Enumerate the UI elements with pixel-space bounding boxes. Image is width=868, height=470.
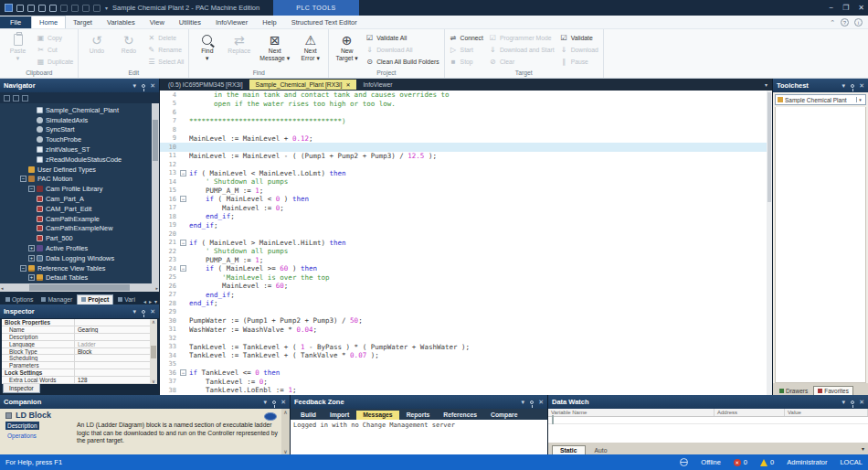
tab-inspector[interactable]: Inspector — [3, 384, 40, 393]
code-line[interactable]: 24− if ( MainLevel >= 60 ) then — [160, 264, 772, 273]
tab-build[interactable]: Build — [294, 411, 323, 420]
panel-menu-icon[interactable]: ▾ — [133, 82, 137, 90]
pin-icon[interactable] — [272, 401, 276, 404]
clean-all-build-folders-button[interactable]: ⊙Clean All Build Folders — [364, 56, 440, 67]
undo-icon[interactable] — [60, 5, 68, 12]
pin-icon[interactable] — [851, 84, 854, 88]
editor-vscrollbar[interactable] — [767, 91, 772, 395]
nav-view-icon-1[interactable] — [4, 95, 10, 101]
restore-icon[interactable]: ❐ — [842, 4, 849, 12]
code-line[interactable]: 6 — [160, 108, 772, 117]
tree-item-supplemental-files[interactable]: +Supplemental Files — [0, 283, 159, 283]
code-line[interactable]: 4 in the main tank and contact tank and … — [160, 91, 772, 100]
paste-button[interactable]: Paste▾ — [3, 30, 33, 69]
code-line[interactable]: 23 PUMP_A_M := 1; — [160, 256, 772, 265]
panel-menu-icon[interactable]: ▾ — [264, 399, 268, 406]
ribbon-tab-file[interactable]: File — [0, 16, 31, 28]
tab-import[interactable]: Import — [323, 411, 355, 420]
fold-collapse-icon[interactable]: − — [180, 196, 186, 202]
code-line[interactable]: 21−if ( MainLevel > MainLevel.HiLmt) the… — [160, 239, 772, 248]
document-tab[interactable]: InfoViewer — [356, 80, 398, 90]
pin-icon[interactable] — [530, 401, 534, 404]
tab-static[interactable]: Static — [552, 445, 586, 454]
tree-item-data-logging-windows[interactable]: +Data Logging Windows — [0, 253, 159, 263]
code-line[interactable]: 37 TankLevel := 0; — [160, 378, 772, 387]
pause-button[interactable]: ∥Pause — [558, 56, 600, 67]
tab-reports[interactable]: Reports — [400, 411, 437, 420]
inspector-row[interactable]: Description — [2, 334, 157, 341]
tab-messages[interactable]: Messages — [356, 411, 399, 420]
navigator-hscrollbar[interactable]: ◂ ▸ — [0, 283, 159, 292]
warning-counter[interactable]: 0 — [760, 458, 774, 466]
companion-scrollbar[interactable]: ∧ ∨ — [281, 409, 290, 454]
code-line[interactable]: 7*************************************) — [160, 117, 772, 126]
nav-view-icon-2[interactable] — [13, 95, 19, 101]
scroll-up-icon[interactable]: ∧ — [283, 409, 287, 415]
code-line[interactable]: 5 open if the water rises too high or to… — [160, 100, 772, 109]
tree-item-touchprobe[interactable]: TouchProbe — [0, 134, 159, 144]
tree-item-part-500[interactable]: Part_500 — [0, 233, 159, 243]
fold-collapse-icon[interactable]: − — [180, 369, 186, 376]
delete-button[interactable]: ✕Delete — [145, 32, 185, 43]
contextual-tab-band[interactable]: PLC TOOLS — [273, 0, 359, 16]
scroll-up-icon[interactable]: ∧ — [152, 319, 155, 325]
pin-icon[interactable] — [142, 310, 145, 314]
fold-collapse-icon[interactable]: − — [180, 170, 186, 176]
ribbon-tab-help[interactable]: Help — [255, 16, 283, 28]
collapse-icon[interactable]: − — [20, 176, 26, 182]
code-line[interactable]: 10 — [160, 143, 772, 152]
expand-icon[interactable]: + — [28, 274, 35, 281]
info-icon[interactable]: i — [854, 18, 863, 27]
inspector-row[interactable]: Lock Settings — [2, 369, 157, 377]
data-watch-empty-row[interactable] — [548, 417, 868, 424]
print-icon[interactable] — [82, 5, 90, 12]
code-line[interactable]: 27 end_if; — [160, 291, 772, 300]
close-icon[interactable]: ✕ — [281, 399, 286, 406]
close-icon[interactable]: ✕ — [859, 399, 864, 406]
code-line[interactable]: 18 end_if; — [160, 212, 772, 221]
document-tab[interactable]: (0.5) IC695PMM345 [RX3i] — [162, 80, 249, 90]
code-line[interactable]: 30PumpWater := (Pump1 + Pump2 + Pump3) /… — [160, 316, 772, 326]
companion-link-operations[interactable]: Operations — [5, 432, 38, 440]
download-button[interactable]: ⇓Download — [558, 44, 600, 55]
close-icon[interactable]: ✕ — [858, 4, 864, 12]
paste-icon[interactable] — [93, 5, 101, 12]
tree-item-cam-profile-library[interactable]: −Cam Profile Library — [0, 184, 159, 194]
pin-icon[interactable] — [142, 84, 145, 88]
code-line[interactable]: 35 — [160, 360, 772, 369]
code-line[interactable]: 29 — [160, 308, 772, 317]
connect-button[interactable]: ⇌Connect — [448, 32, 485, 43]
redo-icon[interactable] — [71, 5, 79, 12]
code-line[interactable]: 31WashWater := WaashValve * 0.04; — [160, 326, 772, 335]
ribbon-tab-structured-text-editor[interactable]: Structured Text Editor — [284, 16, 365, 28]
scroll-down-icon[interactable]: ∨ — [152, 379, 155, 384]
structured-text-editor[interactable]: 4 in the main tank and contact tank and … — [160, 91, 772, 395]
app-icon[interactable] — [5, 4, 13, 12]
find-button[interactable]: Find▾ — [192, 30, 222, 69]
ribbon-tab-target[interactable]: Target — [66, 16, 100, 28]
expand-icon[interactable]: + — [28, 255, 35, 262]
document-tab[interactable]: Sample_Chemical_Plant [RX3i]✕ — [249, 80, 357, 90]
tree-item-zinitvalues-st[interactable]: zInitValues_ST — [0, 144, 159, 155]
expand-icon[interactable]: + — [28, 245, 35, 251]
new-icon[interactable] — [49, 5, 57, 12]
tree-item-pac-motion[interactable]: −PAC Motion — [0, 175, 159, 185]
code-line[interactable]: 9MainLevel := MainLevel + 0.12; — [160, 134, 772, 144]
fold-collapse-icon[interactable]: − — [180, 240, 186, 246]
ribbon-tab-view[interactable]: View — [143, 16, 172, 28]
chevron-down-icon[interactable]: ▾ — [862, 445, 864, 452]
close-icon[interactable]: ✕ — [345, 81, 350, 88]
inspector-row[interactable]: Block Properties — [2, 319, 157, 326]
next-error-button[interactable]: ⚠NextError ▾ — [295, 30, 325, 69]
companion-link-description[interactable]: Description — [5, 422, 39, 430]
ribbon-tab-utilities[interactable]: Utilities — [172, 16, 208, 28]
code-line[interactable]: 32 — [160, 334, 772, 343]
inspector-row[interactable]: Extra Local Words128 — [2, 377, 157, 384]
panel-menu-icon[interactable]: ▾ — [842, 82, 846, 90]
tree-item-zreadmodulestatuscode[interactable]: zReadModuleStatusCode — [0, 155, 159, 165]
ribbon-tab-home[interactable]: Home — [31, 16, 66, 28]
code-line[interactable]: 34TankLevel := TankLevel + ( TankValve *… — [160, 351, 772, 360]
validate-all-button[interactable]: ☑Validate All — [364, 32, 440, 43]
copy-button[interactable]: ▣Copy — [35, 32, 75, 43]
save-icon[interactable] — [16, 5, 24, 12]
